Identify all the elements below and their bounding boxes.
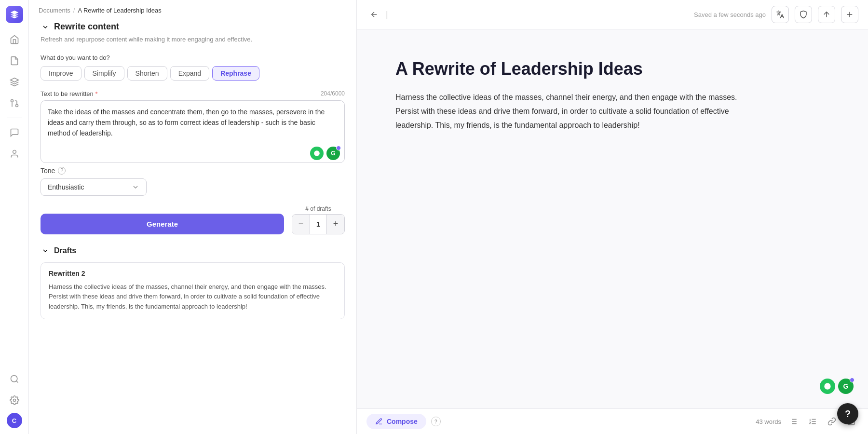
sidebar-item-home[interactable] [6,31,23,48]
sidebar-item-branches[interactable] [6,95,23,112]
tabs-row: Improve Simplify Shorten Expand Rephrase [41,66,345,81]
shield-button[interactable] [795,6,812,23]
compose-help-icon[interactable]: ? [431,417,441,426]
list-icon[interactable] [786,414,800,429]
sidebar-item-layers[interactable] [6,73,23,91]
doc-ai-badge-green[interactable] [820,379,835,394]
ordered-list-icon[interactable] [805,414,820,429]
tone-help-icon[interactable]: ? [58,167,66,175]
stepper-decrement[interactable]: − [292,215,310,234]
sidebar-divider [7,118,22,118]
sidebar: C [0,0,29,434]
document-content[interactable]: A Rewrite of Leadership Ideas Harness th… [357,29,868,408]
tab-rephrase[interactable]: Rephrase [212,66,259,81]
sidebar-item-chat[interactable] [6,124,23,141]
draft-card: Rewritten 2 Harness the collective ideas… [41,262,345,319]
compose-button[interactable]: Compose [366,414,426,429]
breadcrumb-separator: / [73,7,75,14]
notif-dot [336,146,341,150]
tab-simplify[interactable]: Simplify [84,66,124,81]
section-desc: Refresh and repurpose content while maki… [41,35,345,44]
collapse-icon[interactable] [41,22,50,32]
tab-expand[interactable]: Expand [170,66,209,81]
drafts-count-label: # of drafts [305,205,331,212]
user-avatar[interactable]: C [7,413,22,428]
drafts-section-header: Drafts [41,246,345,256]
right-panel: | Saved a few seconds ago A Rewrite of L… [357,0,868,434]
textarea-label: Text to be rewritten * [41,90,98,97]
share-button[interactable] [818,6,835,23]
word-count: 43 words [756,418,781,425]
textarea-icons: G [310,147,340,160]
left-panel: Documents / A Rewrite of Leadership Idea… [29,0,357,434]
link-icon[interactable] [825,414,839,429]
svg-point-5 [11,376,17,382]
grammarly-badge[interactable]: G [326,147,340,160]
drafts-collapse-icon[interactable] [41,246,50,256]
svg-point-8 [314,150,320,156]
document-body: Harness the collective ideas of the mass… [395,91,743,132]
textarea-wrapper: Take the ideas of the masses and concent… [41,100,345,165]
section-header: Rewrite content [41,22,345,32]
drafts-stepper: − 1 + [292,214,345,234]
generate-row: Generate # of drafts − 1 + [41,205,345,234]
generate-button[interactable]: Generate [41,214,284,234]
sidebar-item-documents[interactable] [6,52,23,69]
svg-point-4 [13,150,16,154]
svg-point-7 [13,399,15,402]
back-button[interactable] [366,7,382,22]
breadcrumb-current: A Rewrite of Leadership Ideas [78,7,161,14]
tone-select[interactable]: Enthusiastic [41,178,147,196]
svg-line-6 [16,381,18,383]
tab-improve[interactable]: Improve [41,66,81,81]
svg-point-1 [15,105,18,107]
sidebar-item-settings[interactable] [6,392,23,409]
tone-value: Enthusiastic [48,183,84,191]
tone-row: Tone ? Enthusiastic [41,167,345,196]
tab-shorten[interactable]: Shorten [127,66,167,81]
svg-marker-0 [10,78,18,82]
draft-title: Rewritten 2 [49,270,337,277]
doc-ai-badges: G [820,379,854,394]
draft-text: Harness the collective ideas of the mass… [49,282,337,312]
right-header: | Saved a few seconds ago [357,0,868,29]
ai-badge-green[interactable] [310,147,324,160]
svg-point-13 [824,383,830,389]
sidebar-item-user[interactable] [6,145,23,163]
sidebar-item-search[interactable] [6,370,23,388]
doc-grammarly-badge[interactable]: G [838,379,854,394]
document-title: A Rewrite of Leadership Ideas [395,58,829,79]
tone-label: Tone [41,167,55,175]
what-label: What do you want to do? [41,54,345,61]
help-fab[interactable]: ? [837,403,858,424]
add-button[interactable] [841,6,858,23]
rewrite-textarea[interactable]: Take the ideas of the masses and concent… [41,100,345,163]
breadcrumb-root[interactable]: Documents [39,7,70,14]
breadcrumb: Documents / A Rewrite of Leadership Idea… [29,0,356,17]
drafts-count-col: # of drafts − 1 + [292,205,345,234]
doc-notif-dot [850,378,854,382]
right-footer: Compose ? 43 words [357,408,868,434]
translate-button[interactable] [772,6,789,23]
stepper-increment[interactable]: + [327,215,344,234]
section-title: Rewrite content [54,22,119,32]
compose-label: Compose [387,418,418,425]
app-logo[interactable] [6,6,23,23]
saved-status: Saved a few seconds ago [694,11,766,18]
drafts-title: Drafts [54,246,76,255]
svg-point-2 [11,100,13,102]
char-count: 204/6000 [321,90,345,97]
stepper-value: 1 [310,215,327,234]
